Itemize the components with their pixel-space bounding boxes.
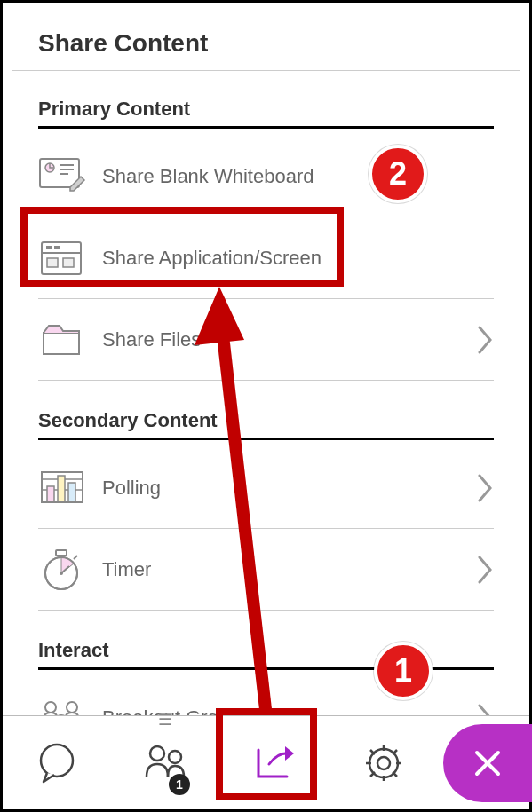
close-icon [470,745,505,781]
screen-icon [38,237,102,280]
section-heading-interact: Interact [38,639,494,670]
share-tab-icon [251,743,298,784]
gear-icon [362,742,405,784]
divider [12,70,520,71]
polling-item[interactable]: Polling [38,447,494,529]
svg-point-25 [45,702,56,713]
svg-line-22 [74,556,77,559]
svg-rect-16 [68,483,75,502]
whiteboard-icon [38,155,102,198]
attendees-badge: 1 [169,774,190,795]
section-heading-primary: Primary Content [38,98,494,129]
svg-rect-14 [47,486,54,502]
section-heading-secondary: Secondary Content [38,409,494,440]
svg-point-32 [369,749,398,777]
folder-icon [38,319,102,361]
svg-rect-20 [56,550,67,556]
svg-rect-8 [54,246,60,249]
chat-tab[interactable] [8,719,106,808]
share-application-label: Share Application/Screen [102,247,494,270]
share-tab[interactable] [226,719,323,808]
share-whiteboard-label: Share Blank Whiteboard [102,165,494,188]
share-whiteboard-item[interactable]: Share Blank Whiteboard [38,136,494,217]
section-primary: Primary Content Share Blank Whiteboard [12,98,520,381]
settings-tab[interactable] [335,719,433,808]
chevron-right-icon [476,326,494,354]
svg-rect-9 [47,258,58,267]
polling-label: Polling [102,477,476,500]
svg-point-28 [41,745,73,777]
timer-item[interactable]: Timer [38,529,494,611]
bottom-tab-bar: ☰ 1 [3,715,529,809]
polling-icon [38,467,102,509]
timer-label: Timer [102,558,476,581]
share-files-label: Share Files [102,328,476,351]
panel-title: Share Content [12,12,520,70]
svg-rect-7 [46,246,52,249]
chat-icon [35,741,79,785]
share-files-item[interactable]: Share Files [38,299,494,381]
chevron-right-icon [476,556,494,584]
drag-handle-icon: ☰ [158,710,174,729]
attendees-tab[interactable]: ☰ 1 [117,719,215,808]
chevron-right-icon [476,474,494,502]
svg-point-26 [67,702,77,713]
stopwatch-icon [38,548,102,591]
svg-rect-15 [58,476,65,502]
svg-rect-10 [63,258,74,267]
svg-point-30 [169,751,181,763]
section-secondary: Secondary Content Polling [12,409,520,611]
share-application-item[interactable]: Share Application/Screen [38,217,494,299]
svg-point-31 [377,757,390,769]
close-panel-button[interactable] [443,724,532,802]
svg-point-29 [150,746,164,761]
